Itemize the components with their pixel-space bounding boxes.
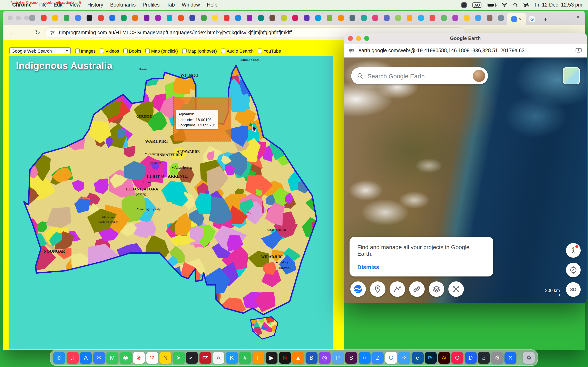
browser-tab[interactable]	[232, 12, 244, 24]
browser-tab[interactable]	[347, 12, 358, 24]
dock-illustrator[interactable]: Ai	[438, 352, 450, 364]
browser-tab[interactable]	[335, 12, 347, 24]
browser-tab[interactable]	[427, 12, 438, 24]
dock-numbers[interactable]: #	[239, 352, 251, 364]
browser-tab[interactable]	[221, 12, 232, 24]
ge-search-bar[interactable]: Search Google Earth	[351, 67, 488, 84]
option-checkbox[interactable]	[258, 49, 262, 53]
overview-map-inset[interactable]	[563, 67, 580, 84]
option-checkbox[interactable]	[221, 49, 225, 53]
option-checkbox[interactable]	[145, 49, 150, 53]
ge-satellite-view[interactable]: Search Google Earth Find and manage all …	[344, 58, 587, 303]
browser-tab[interactable]	[107, 12, 118, 24]
control-center-icon[interactable]	[523, 2, 529, 7]
browser-tab[interactable]	[267, 12, 278, 24]
option-images[interactable]: Images	[75, 48, 95, 53]
browser-tab[interactable]	[175, 12, 187, 24]
browser-tab[interactable]	[209, 12, 221, 24]
minimize-window-button[interactable]	[16, 16, 21, 20]
close-window-button[interactable]	[8, 16, 13, 20]
browser-tab-last[interactable]: G	[526, 13, 538, 25]
browser-tab[interactable]	[118, 12, 130, 24]
ge-close-button[interactable]	[348, 36, 353, 41]
browser-tab[interactable]	[244, 12, 255, 24]
browser-tab[interactable]	[72, 12, 84, 24]
browser-tab[interactable]	[415, 12, 427, 24]
dock-photos[interactable]: ❀	[133, 352, 145, 364]
close-tab-icon[interactable]: ×	[519, 16, 522, 22]
option-checkbox[interactable]	[123, 49, 128, 53]
browser-tab[interactable]	[495, 12, 507, 24]
pegman-button[interactable]	[566, 243, 581, 258]
tab-search-chevron-icon[interactable]: ▼	[576, 15, 580, 20]
browser-tab[interactable]	[278, 12, 290, 24]
dock-edge[interactable]: e	[412, 352, 424, 364]
active-tab[interactable]: ×	[507, 13, 526, 25]
dock-textedit[interactable]: A	[213, 352, 224, 364]
australia-language-map[interactable]	[9, 56, 333, 350]
layers-button[interactable]	[429, 281, 444, 297]
drawing-tools-button[interactable]	[448, 281, 464, 297]
wifi-icon[interactable]	[501, 2, 508, 7]
dock-firefox[interactable]: F	[252, 352, 264, 364]
placemark-pin-button[interactable]	[370, 281, 385, 297]
dock-chrome[interactable]: G	[385, 352, 397, 364]
ge-url-text[interactable]: earth.google.com/web/@-19.41990588,146.1…	[359, 48, 571, 53]
menu-history[interactable]: History	[87, 2, 103, 8]
browser-tab[interactable]	[164, 12, 175, 24]
dock-podcasts[interactable]: ◎	[319, 352, 330, 364]
dock-safari[interactable]: ✧	[398, 352, 410, 364]
back-button[interactable]: ←	[7, 27, 17, 38]
ge-zoom-button[interactable]	[364, 36, 369, 41]
dock-finder[interactable]: ☺	[53, 352, 65, 364]
browser-tab[interactable]	[450, 12, 461, 24]
browser-tab[interactable]	[187, 12, 198, 24]
install-app-icon[interactable]	[575, 48, 582, 53]
spotlight-icon[interactable]	[513, 2, 518, 8]
ge-minimize-button[interactable]	[356, 36, 361, 41]
dock-slack[interactable]: S	[345, 352, 357, 364]
option-checkbox[interactable]	[182, 49, 186, 53]
browser-tab[interactable]	[472, 12, 484, 24]
menu-help[interactable]: Help	[207, 2, 217, 8]
ge-title-bar[interactable]: Google Earth	[344, 33, 587, 44]
browser-tab[interactable]	[152, 12, 164, 24]
dock-trash[interactable]: ♻	[523, 352, 535, 364]
dock-docker[interactable]: D	[465, 352, 476, 364]
dismiss-button[interactable]: Dismiss	[357, 264, 485, 270]
draw-path-button[interactable]	[389, 281, 405, 297]
browser-tab[interactable]	[49, 12, 61, 24]
reload-button[interactable]: ↻	[32, 27, 43, 38]
dock-opera[interactable]: O	[451, 352, 463, 364]
indigenous-map[interactable]: Indigenous Australia Agwamin Latitude: -…	[9, 56, 333, 350]
dock-netflix[interactable]: N	[279, 352, 291, 364]
browser-tab[interactable]	[404, 12, 415, 24]
browser-tab[interactable]	[484, 12, 495, 24]
ge-site-settings-icon[interactable]	[349, 48, 355, 53]
menubar-app-icon[interactable]	[461, 2, 467, 8]
browser-tab[interactable]	[141, 12, 152, 24]
dock-app-store[interactable]: A	[80, 352, 92, 364]
forward-button[interactable]: →	[20, 27, 30, 38]
dock-music[interactable]: ♫	[67, 352, 78, 364]
dock-photoshop[interactable]: Ps	[425, 352, 437, 364]
compass-button[interactable]	[566, 263, 581, 277]
browser-tab[interactable]	[290, 12, 301, 24]
account-avatar[interactable]	[473, 70, 485, 82]
3d-toggle-button[interactable]: 3D	[566, 282, 581, 297]
search-engine-select[interactable]: Google Web Search ▼	[9, 47, 71, 54]
dock-xcode[interactable]: X	[504, 352, 516, 364]
browser-tab[interactable]	[301, 12, 312, 24]
browser-tab[interactable]	[461, 12, 472, 24]
dock-zoom[interactable]: Z	[372, 352, 384, 364]
browser-tab[interactable]	[95, 12, 107, 24]
dock-vscode[interactable]: ‹›	[359, 352, 370, 364]
menu-bookmarks[interactable]: Bookmarks	[110, 2, 136, 8]
menu-tab[interactable]: Tab	[167, 2, 175, 8]
keyboard-layout-badge[interactable]: AU	[473, 2, 481, 8]
dock-apple-tv[interactable]: ▶	[266, 352, 277, 364]
browser-tab[interactable]	[324, 12, 335, 24]
browser-tab[interactable]	[130, 12, 141, 24]
option-audio-search[interactable]: Audio Search	[221, 48, 254, 53]
browser-tab[interactable]	[38, 12, 49, 24]
